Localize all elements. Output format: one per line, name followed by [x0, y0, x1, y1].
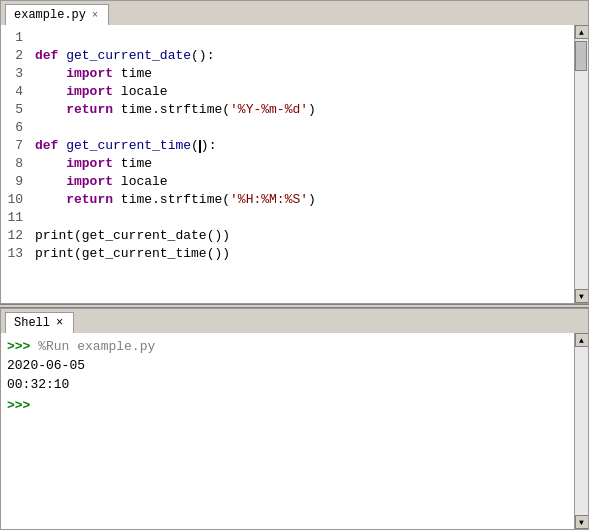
editor-scroll-thumb[interactable] [575, 41, 587, 71]
editor-tab-close[interactable]: × [92, 10, 98, 21]
shell-run-line: >>> %Run example.py [7, 337, 570, 356]
line-12: print(get_current_time()) [35, 246, 230, 261]
shell-scroll-down[interactable]: ▼ [575, 515, 589, 529]
shell-pane: Shell × >>> %Run example.py 2020-06-05 0… [0, 308, 589, 530]
shell-tab-label: Shell [14, 316, 50, 330]
shell-content-wrapper: >>> %Run example.py 2020-06-05 00:32:10 … [1, 333, 588, 529]
up-arrow-icon: ▲ [579, 28, 584, 37]
shell-active-prompt: >>> [7, 398, 30, 413]
editor-tab-bar: example.py × [1, 1, 588, 25]
editor-tab[interactable]: example.py × [5, 4, 109, 25]
shell-up-arrow-icon: ▲ [579, 336, 584, 345]
line-6: def get_current_time(): [35, 138, 216, 153]
line-8: import locale [35, 174, 168, 189]
line-3: import locale [35, 84, 168, 99]
shell-scroll-track[interactable] [575, 347, 588, 515]
down-arrow-icon: ▼ [579, 292, 584, 301]
line-numbers: 1 2 3 4 5 6 7 8 9 10 11 12 13 [1, 25, 29, 303]
editor-scrollbar: ▲ ▼ [574, 25, 588, 303]
shell-active-line: >>> [7, 396, 570, 415]
shell-output-area[interactable]: >>> %Run example.py 2020-06-05 00:32:10 … [1, 333, 574, 529]
editor-scroll-down[interactable]: ▼ [575, 289, 589, 303]
line-11: print(get_current_date()) [35, 228, 230, 243]
line-9: return time.strftime('%H:%M:%S') [35, 192, 316, 207]
shell-prompt-1: >>> [7, 339, 38, 354]
code-area: 1 2 3 4 5 6 7 8 9 10 11 12 13 def [1, 25, 574, 303]
shell-tab[interactable]: Shell × [5, 312, 74, 333]
line-4: return time.strftime('%Y-%m-%d') [35, 102, 316, 117]
editor-tab-label: example.py [14, 8, 86, 22]
shell-tab-close[interactable]: × [56, 316, 63, 330]
line-1: def get_current_date(): [35, 48, 214, 63]
line-10 [35, 210, 43, 225]
shell-tab-bar: Shell × [1, 309, 588, 333]
editor-pane: example.py × 1 2 3 4 5 6 7 8 9 [0, 0, 589, 304]
line-13 [35, 264, 43, 279]
editor-code-area[interactable]: 1 2 3 4 5 6 7 8 9 10 11 12 13 def [1, 25, 574, 303]
shell-run-command: %Run example.py [38, 339, 155, 354]
line-2: import time [35, 66, 152, 81]
line-5 [35, 120, 43, 135]
shell-down-arrow-icon: ▼ [579, 518, 584, 527]
shell-output-line2: 00:32:10 [7, 375, 570, 394]
editor-scroll-track[interactable] [575, 39, 588, 289]
shell-time-output: 00:32:10 [7, 377, 69, 392]
shell-output-line1: 2020-06-05 [7, 356, 570, 375]
editor-content-wrapper: 1 2 3 4 5 6 7 8 9 10 11 12 13 def [1, 25, 588, 303]
shell-scrollbar: ▲ ▼ [574, 333, 588, 529]
line-7: import time [35, 156, 152, 171]
editor-scroll-up[interactable]: ▲ [575, 25, 589, 39]
shell-date-output: 2020-06-05 [7, 358, 85, 373]
shell-scroll-up[interactable]: ▲ [575, 333, 589, 347]
code-lines[interactable]: def get_current_date(): import time impo… [29, 25, 574, 303]
main-container: example.py × 1 2 3 4 5 6 7 8 9 [0, 0, 589, 530]
